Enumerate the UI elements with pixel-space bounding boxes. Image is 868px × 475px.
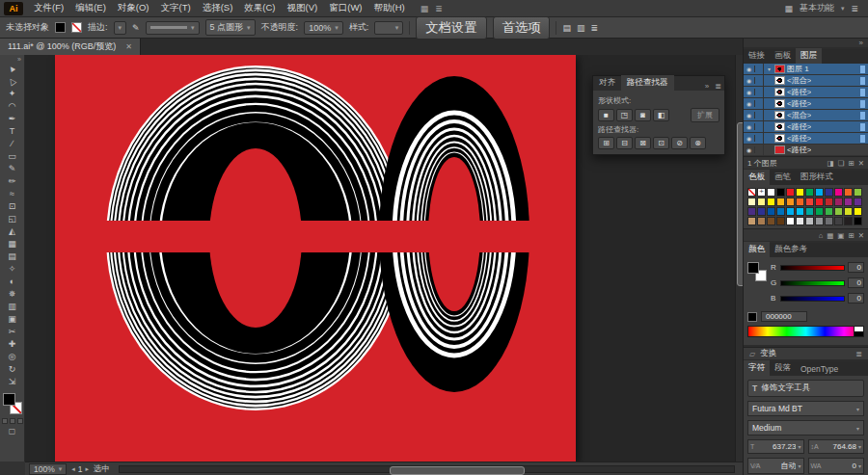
tab-color[interactable]: 颜色 [744, 242, 770, 257]
rotate-tool[interactable]: ↻ [2, 363, 23, 376]
panel-menu-icon[interactable]: ≣ [855, 350, 862, 358]
swatch-18[interactable] [805, 198, 814, 206]
swatch-28[interactable] [786, 207, 795, 216]
selection-tool[interactable]: ▲ [2, 63, 23, 75]
swatch-45[interactable] [834, 217, 843, 225]
slider-track-G[interactable] [780, 280, 845, 286]
new-sublayer-icon[interactable]: ❏ [838, 159, 845, 168]
document-tab[interactable]: 111.ai* @ 100% (RGB/预览) ✕ [0, 39, 141, 55]
swatch-30[interactable] [805, 207, 814, 216]
expand-icon[interactable]: ▾ [766, 66, 773, 72]
hand-tool[interactable]: ✚ [2, 338, 23, 351]
swatch-46[interactable] [844, 217, 853, 225]
arrange-documents-icon[interactable]: ▦ [420, 4, 429, 13]
slice-tool[interactable]: ✂ [2, 326, 23, 338]
zoom-tool[interactable]: ◎ [2, 351, 23, 363]
line-segment-tool[interactable]: ∕ [2, 138, 23, 150]
swatch-17[interactable] [796, 198, 804, 206]
layer-label[interactable]: <混合> [787, 75, 811, 86]
color-spectrum[interactable] [747, 326, 864, 337]
lock-cell[interactable] [757, 98, 764, 109]
layer-row[interactable]: ◉<路径> [744, 121, 868, 133]
menu-item-7[interactable]: 窗口(W) [323, 0, 367, 16]
eye-icon[interactable]: ◉ [744, 89, 755, 95]
pen-tool[interactable]: ✒ [2, 113, 23, 125]
swatch-11[interactable] [854, 188, 862, 197]
fill-stroke-control[interactable] [2, 392, 23, 415]
eye-icon[interactable]: ◉ [744, 123, 755, 130]
swatch-43[interactable] [815, 217, 824, 225]
unite-icon[interactable]: ■ [598, 109, 614, 121]
layer-row[interactable]: ◉<路径> [744, 145, 868, 156]
style-dropdown[interactable]: ▾ [374, 21, 403, 35]
perspective-grid-tool[interactable]: ◭ [2, 225, 23, 238]
swatch-34[interactable] [844, 207, 853, 216]
delete-swatch-icon[interactable]: ✕ [858, 231, 864, 240]
swatch-39[interactable] [776, 217, 785, 225]
exclude-icon[interactable]: ◧ [653, 109, 669, 121]
transform-panel-icon[interactable]: ▥ [577, 23, 585, 33]
tab-brushes[interactable]: 画笔 [770, 170, 796, 185]
type-tool[interactable]: T [2, 125, 23, 138]
eye-icon[interactable]: ◉ [744, 77, 755, 84]
layer-label[interactable]: <混合> [787, 110, 811, 120]
channel-value-R[interactable]: 0 [848, 262, 864, 273]
panel-menu-icon[interactable]: ≣ [851, 4, 858, 13]
eye-icon[interactable]: ◉ [744, 112, 755, 119]
menu-item-8[interactable]: 帮助(H) [368, 0, 411, 16]
layer-label[interactable]: <路径> [787, 87, 811, 97]
swatch-24[interactable] [747, 207, 756, 216]
stroke-weight-field[interactable]: ▾ [114, 21, 127, 35]
brush-definition-dropdown[interactable]: 5 点圆形▾ [205, 19, 256, 36]
tab-pathfinder[interactable]: 路径查找器 [621, 75, 674, 91]
swatch-2[interactable] [767, 188, 775, 197]
mesh-tool[interactable]: ▦ [2, 238, 23, 251]
fill-color-swatch[interactable] [3, 393, 15, 406]
swatch-19[interactable] [815, 198, 824, 206]
char-field-font-size[interactable]: T637.23▾ [747, 439, 804, 454]
swatch-37[interactable] [757, 217, 766, 225]
eye-icon[interactable]: ◉ [744, 100, 755, 107]
outline-icon[interactable]: ⊘ [671, 137, 688, 149]
free-transform-tool[interactable]: ⊡ [2, 200, 23, 213]
tab-links[interactable]: 链接 [744, 48, 770, 64]
brush-icon[interactable]: ✎ [132, 23, 140, 33]
swatch-22[interactable] [844, 198, 853, 206]
lock-cell[interactable] [757, 121, 764, 132]
stepper-icon[interactable]: ▾ [858, 443, 861, 450]
menu-item-4[interactable]: 选择(S) [197, 0, 239, 16]
lock-cell[interactable] [757, 110, 764, 120]
menu-item-2[interactable]: 对象(O) [112, 0, 155, 16]
panel-menu-icon[interactable]: ≣ [712, 82, 724, 91]
toolbar-collapse-icon[interactable]: » [17, 56, 21, 63]
fill-swatch[interactable] [55, 22, 66, 33]
swatch-40[interactable] [786, 217, 795, 225]
scale-tool[interactable]: ⇲ [2, 376, 23, 388]
swatch-35[interactable] [854, 207, 862, 216]
artboard-prev-icon[interactable]: ◂ [71, 465, 75, 473]
swatch-13[interactable] [757, 198, 766, 206]
black-white-ramp[interactable] [854, 327, 863, 336]
color-fill-swatch[interactable] [747, 262, 759, 274]
preferences-button[interactable]: 首选项 [493, 16, 551, 40]
swatch-38[interactable] [767, 217, 775, 225]
app-menu-icon[interactable]: ≣ [435, 4, 443, 13]
lock-cell[interactable] [757, 75, 764, 86]
layer-label[interactable]: <路径> [787, 145, 811, 155]
menu-item-3[interactable]: 文字(T) [155, 0, 197, 16]
workspace-grid-icon[interactable]: ▦ [784, 4, 793, 13]
swatch-1[interactable] [757, 188, 766, 197]
lock-cell[interactable] [757, 145, 764, 155]
minus-front-icon[interactable]: ◳ [616, 109, 633, 121]
tab-character[interactable]: 字符 [744, 360, 770, 376]
swatch-41[interactable] [796, 217, 804, 225]
swatch-14[interactable] [767, 198, 775, 206]
artwork-zeros[interactable] [55, 55, 576, 462]
document-setup-button[interactable]: 文档设置 [416, 16, 486, 40]
gradient-mode-icon[interactable] [10, 418, 15, 424]
artboard[interactable] [55, 55, 576, 462]
zoom-control[interactable]: 100% ▾ [29, 463, 67, 475]
hex-field[interactable]: 000000 [761, 311, 807, 322]
crop-icon[interactable]: ⊡ [653, 137, 669, 149]
shape-builder-tool[interactable]: ◱ [2, 213, 23, 225]
